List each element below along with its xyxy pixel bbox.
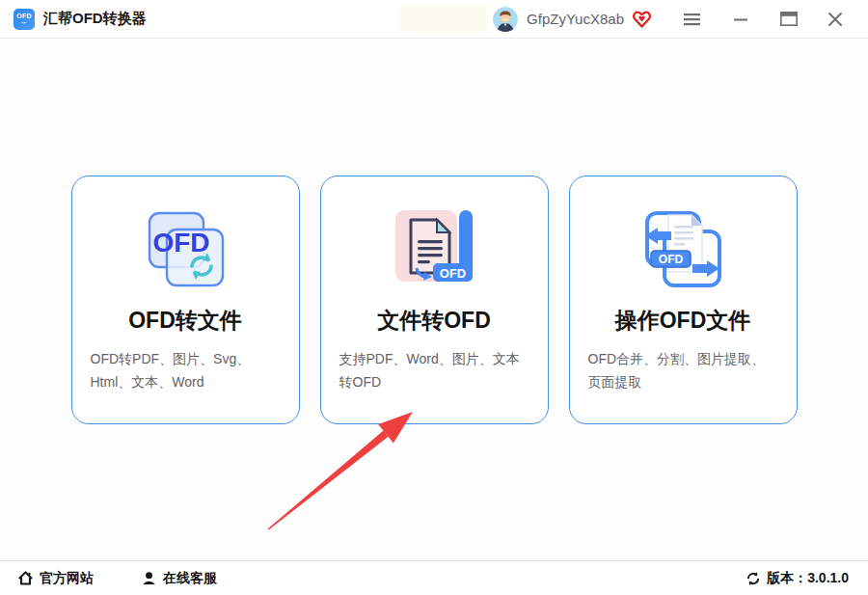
card-title: OFD转文件	[128, 306, 242, 336]
vip-heart-icon[interactable]	[632, 9, 653, 30]
main-area: OFD OFD转文件 OFD转PDF、图片、Svg、Html、文本、Word	[0, 39, 868, 560]
username[interactable]: GfpZyYucX8ab	[527, 11, 624, 27]
card-title: 操作OFD文件	[615, 306, 751, 336]
version-info: 版本：3.0.1.0	[746, 570, 849, 587]
titlebar: OFD -⌐ 汇帮OFD转换器 GfpZyYucX8ab	[0, 0, 868, 39]
card-desc: OFD合并、分割、图片提取、页面提取	[570, 348, 797, 393]
card-operate-ofd[interactable]: OFD 操作OFD文件 OFD合并、分割、图片提取、页面提取	[569, 176, 798, 424]
version-label: 版本：3.0.1.0	[767, 570, 849, 587]
ofd-to-file-icon: OFD	[141, 204, 230, 293]
hamburger-menu-icon[interactable]	[682, 10, 701, 29]
footer-bar: 官方网站 在线客服 版本：3.0.1.0	[0, 560, 868, 595]
faint-promo-button[interactable]	[400, 6, 488, 32]
maximize-button[interactable]	[779, 10, 799, 29]
refresh-icon[interactable]	[746, 571, 761, 586]
card-desc: OFD转PDF、图片、Svg、Html、文本、Word	[72, 348, 299, 393]
card-desc: 支持PDF、Word、图片、文本转OFD	[321, 348, 548, 393]
operate-ofd-icon-label: OFD	[659, 253, 684, 266]
official-website-label: 官方网站	[40, 570, 94, 587]
operate-ofd-icon: OFD	[638, 204, 727, 293]
user-avatar[interactable]	[493, 7, 518, 32]
user-cluster: GfpZyYucX8ab	[493, 7, 653, 32]
app-logo-icon: OFD -⌐	[14, 9, 35, 30]
file-to-ofd-icon: OFD	[390, 204, 478, 293]
feature-cards: OFD OFD转文件 OFD转PDF、图片、Svg、Html、文本、Word	[0, 39, 868, 424]
person-icon	[141, 570, 157, 586]
card-file-to-ofd[interactable]: OFD 文件转OFD 支持PDF、Word、图片、文本转OFD	[320, 176, 549, 424]
app-title: 汇帮OFD转换器	[43, 10, 147, 28]
online-support-label: 在线客服	[163, 570, 217, 587]
minimize-button[interactable]	[731, 10, 750, 29]
official-website-link[interactable]: 官方网站	[17, 570, 94, 587]
close-button[interactable]	[826, 10, 845, 29]
online-support-link[interactable]: 在线客服	[141, 570, 217, 587]
app-logo-arrow: -⌐	[21, 19, 27, 25]
app-logo-text: OFD	[16, 13, 31, 19]
home-icon	[17, 570, 34, 586]
window-controls	[653, 10, 845, 29]
ofd-to-file-icon-label: OFD	[152, 228, 209, 257]
card-ofd-to-file[interactable]: OFD OFD转文件 OFD转PDF、图片、Svg、Html、文本、Word	[71, 176, 300, 424]
file-to-ofd-icon-label: OFD	[440, 266, 466, 281]
card-title: 文件转OFD	[377, 306, 491, 336]
